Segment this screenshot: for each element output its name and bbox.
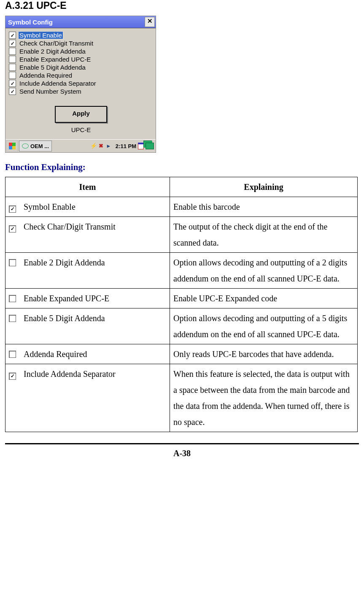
checkbox-icon[interactable] — [9, 56, 16, 63]
table-cell-item: Symbol Enable — [5, 197, 170, 217]
checkbox-icon[interactable] — [9, 80, 16, 87]
checkbox-icon — [9, 315, 16, 322]
table-cell-item: Enable 2 Digit Addenda — [5, 253, 170, 289]
checkbox-icon[interactable] — [9, 72, 16, 79]
checkbox-icon — [9, 259, 16, 266]
checkbox-label: Send Number System — [19, 88, 82, 95]
checkbox-icon — [9, 295, 16, 302]
checkbox-icon — [9, 225, 16, 233]
page-number: A-38 — [5, 449, 359, 458]
apply-button[interactable]: Apply — [55, 106, 107, 123]
clipboard-icon — [138, 143, 144, 149]
table-cell-item: Check Char/Digit Transmit — [5, 217, 170, 253]
plug-icon: ⚡ — [90, 143, 97, 149]
checkbox-icon[interactable] — [9, 64, 16, 71]
checkbox-label: Enable 5 Digit Addenda — [19, 64, 86, 71]
table-row: Enable 5 Digit AddendaOption allows deco… — [5, 308, 358, 344]
table-row: Enable 2 Digit AddendaOption allows deco… — [5, 253, 358, 289]
table-cell-item: Enable 5 Digit Addenda — [5, 308, 170, 344]
symbol-config-screenshot: Symbol Config ✕ Symbol EnableCheck Char/… — [5, 16, 156, 153]
arrow-icon — [107, 143, 114, 149]
table-row: Symbol EnableEnable this barcode — [5, 197, 358, 217]
table-row: Check Char/Digit TransmitThe output of t… — [5, 217, 358, 253]
table-cell-explaining: When this feature is selected, the data … — [170, 364, 358, 432]
table-cell-explaining: Option allows decoding and outputting of… — [170, 308, 358, 344]
checkbox-row[interactable]: Send Number System — [9, 88, 153, 95]
function-explaining-heading: Function Explaining: — [5, 162, 359, 173]
table-cell-item: Include Addenda Separator — [5, 364, 170, 432]
dialog-footer-label: UPC-E — [9, 126, 153, 137]
taskbar-app-button[interactable]: OEM ... — [19, 141, 52, 151]
close-icon[interactable]: ✕ — [145, 17, 155, 27]
checkbox-row[interactable]: Enable Expanded UPC-E — [9, 56, 153, 63]
checkbox-icon[interactable] — [9, 48, 16, 55]
checkbox-icon — [9, 206, 16, 213]
checkbox-icon — [9, 351, 16, 358]
table-cell-item: Enable Expanded UPC-E — [5, 289, 170, 308]
checkbox-label: Include Addenda Separator — [19, 80, 97, 87]
checkbox-label: Enable Expanded UPC-E — [19, 56, 92, 63]
function-explaining-table: Item Explaining Symbol EnableEnable this… — [5, 177, 358, 432]
taskbar-app-label: OEM ... — [30, 143, 49, 149]
checkbox-icon[interactable] — [9, 32, 16, 39]
table-row: Addenda RequiredOnly reads UPC-E barcode… — [5, 344, 358, 364]
table-cell-item: Addenda Required — [5, 344, 170, 364]
section-heading: A.3.21 UPC-E — [5, 0, 359, 11]
table-header-explaining: Explaining — [170, 177, 358, 197]
checkbox-label: Addenda Required — [19, 72, 73, 79]
tray: ⚡ ✖ 2:11 PM — [90, 143, 156, 149]
checkbox-icon[interactable] — [9, 88, 16, 95]
taskbar: OEM ... ⚡ ✖ 2:11 PM — [5, 139, 156, 152]
page-rule — [5, 443, 359, 444]
start-icon[interactable] — [6, 140, 18, 152]
dialog-title: Symbol Config — [8, 19, 145, 26]
table-header-item: Item — [5, 177, 170, 197]
checkbox-row[interactable]: Enable 2 Digit Addenda — [9, 48, 153, 55]
checkbox-row[interactable]: Include Addenda Separator — [9, 80, 153, 87]
checkbox-row[interactable]: Check Char/Digit Transmit — [9, 40, 153, 47]
table-cell-explaining: Enable UPC-E Expanded code — [170, 289, 358, 308]
table-row: Enable Expanded UPC-EEnable UPC-E Expand… — [5, 289, 358, 308]
checkbox-row[interactable]: Enable 5 Digit Addenda — [9, 64, 153, 71]
table-cell-explaining: Enable this barcode — [170, 197, 358, 217]
table-cell-explaining: The output of the check digit at the end… — [170, 217, 358, 253]
table-cell-explaining: Option allows decoding and outputting of… — [170, 253, 358, 289]
clock-text: 2:11 PM — [116, 143, 136, 149]
table-cell-explaining: Only reads UPC-E barcodes that have adde… — [170, 344, 358, 364]
disconnect-icon: ✖ — [99, 143, 105, 149]
screens-icon — [146, 143, 154, 149]
checkbox-label: Enable 2 Digit Addenda — [19, 48, 86, 55]
app-icon — [22, 143, 29, 149]
checkbox-row[interactable]: Addenda Required — [9, 72, 153, 79]
checkbox-label: Check Char/Digit Transmit — [19, 40, 94, 47]
checkbox-icon — [9, 373, 16, 380]
checkbox-icon[interactable] — [9, 40, 16, 47]
checkbox-label: Symbol Enable — [19, 32, 63, 39]
checkbox-row[interactable]: Symbol Enable — [9, 32, 153, 39]
dialog-titlebar: Symbol Config ✕ — [5, 16, 156, 28]
table-row: Include Addenda SeparatorWhen this featu… — [5, 364, 358, 432]
dialog-body: Symbol EnableCheck Char/Digit TransmitEn… — [5, 28, 156, 139]
